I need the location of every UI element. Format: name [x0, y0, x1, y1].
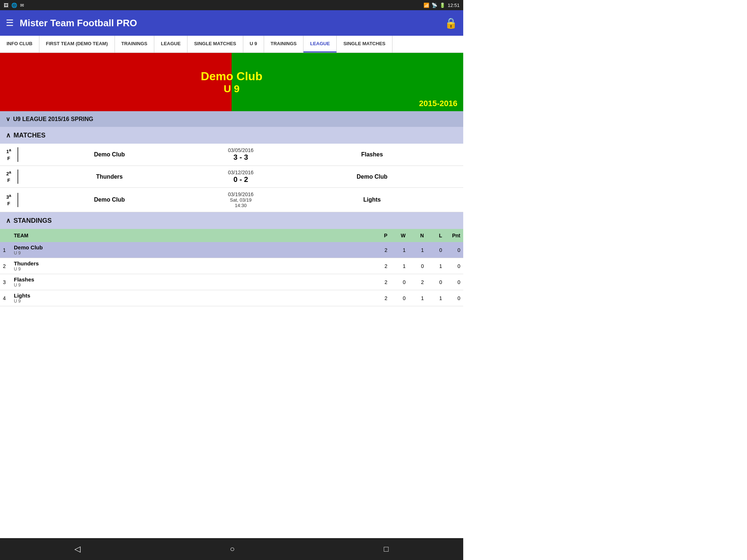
- match-round: 3aF: [0, 193, 18, 207]
- col-p: P: [372, 229, 390, 242]
- hero-left: [0, 53, 232, 111]
- l-cell: 1: [427, 290, 445, 306]
- browser-icon: 🌐: [11, 3, 17, 8]
- tab-bar: INFO CLUB FIRST TEAM (DEMO TEAM) TRAININ…: [0, 36, 463, 53]
- tab-first-team[interactable]: FIRST TEAM (DEMO TEAM): [39, 36, 115, 52]
- rank-cell: 3: [0, 274, 11, 290]
- hero-banner: 2015-2016 Demo Club U 9: [0, 53, 463, 111]
- standings-row[interactable]: 3 Flashes U 9 2 0 2 0 0: [0, 274, 463, 290]
- status-icons: 🖼 🌐 ✉: [4, 3, 24, 8]
- p-cell: 2: [372, 242, 390, 258]
- match-away: Lights: [281, 197, 463, 203]
- tab-trainings-2[interactable]: TRAININGS: [264, 36, 304, 52]
- pnt-cell: 0: [445, 242, 463, 258]
- team-sub: U 9: [14, 250, 369, 256]
- team-cell: Flashes U 9: [11, 274, 372, 290]
- l-cell: 0: [427, 274, 445, 290]
- col-l: L: [427, 229, 445, 242]
- app-bar-left: ☰ Mister Team Football PRO: [6, 18, 137, 29]
- matches-section-header[interactable]: ∧ MATCHES: [0, 127, 463, 144]
- hamburger-menu[interactable]: ☰: [6, 18, 14, 28]
- chevron-up-icon: ∧: [6, 131, 11, 139]
- match-home: Demo Club: [18, 197, 201, 203]
- n-cell: 2: [409, 274, 427, 290]
- match-row[interactable]: 1aF Demo Club 03/05/2016 3 - 3 Flashes: [0, 144, 463, 166]
- team-name: Thunders: [14, 260, 369, 267]
- team-cell: Thunders U 9: [11, 258, 372, 274]
- chevron-up-icon: ∧: [6, 217, 11, 225]
- mail-icon: ✉: [20, 3, 24, 8]
- pnt-cell: 0: [445, 258, 463, 274]
- p-cell: 2: [372, 290, 390, 306]
- hero-team: U 9: [201, 83, 263, 95]
- w-cell: 1: [390, 258, 409, 274]
- team-sub: U 9: [14, 299, 369, 304]
- match-away: Flashes: [281, 151, 463, 158]
- n-cell: 1: [409, 290, 427, 306]
- hero-center: Demo Club U 9: [201, 70, 263, 95]
- tab-trainings-1[interactable]: TRAININGS: [115, 36, 155, 52]
- rank-cell: 4: [0, 290, 11, 306]
- signal-icon: 📶: [423, 3, 429, 8]
- match-date: 03/19/2016: [201, 191, 281, 197]
- gallery-icon: 🖼: [4, 3, 8, 8]
- lock-icon[interactable]: 🔒: [445, 17, 457, 29]
- team-name: Demo Club: [14, 244, 369, 250]
- team-name: Flashes: [14, 276, 369, 283]
- match-row[interactable]: 3aF Demo Club 03/19/2016 Sat, 03/1914:30…: [0, 188, 463, 212]
- team-cell: Lights U 9: [11, 290, 372, 306]
- status-bar: 🖼 🌐 ✉ 📶 📡 🔋 12:51: [0, 0, 463, 10]
- col-pnt: Pnt: [445, 229, 463, 242]
- app-title: Mister Team Football PRO: [20, 18, 137, 29]
- standings-section-header[interactable]: ∧ STANDINGS: [0, 212, 463, 229]
- l-cell: 0: [427, 242, 445, 258]
- tab-single-matches-2[interactable]: SINGLE MATCHES: [337, 36, 392, 52]
- match-datetime: Sat, 03/1914:30: [201, 197, 281, 208]
- n-cell: 0: [409, 258, 427, 274]
- p-cell: 2: [372, 258, 390, 274]
- col-n: N: [409, 229, 427, 242]
- match-date: 03/12/2016: [201, 170, 281, 175]
- col-team: TEAM: [11, 229, 372, 242]
- standings-row[interactable]: 2 Thunders U 9 2 1 0 1 0: [0, 258, 463, 274]
- p-cell: 2: [372, 274, 390, 290]
- match-round: 2aF: [0, 170, 18, 184]
- league-title: U9 LEAGUE 2015/16 SPRING: [13, 116, 93, 122]
- match-score-area: 03/19/2016 Sat, 03/1914:30: [201, 191, 281, 208]
- rank-cell: 1: [0, 242, 11, 258]
- match-score: 3 - 3: [201, 153, 281, 162]
- pnt-cell: 0: [445, 274, 463, 290]
- chevron-down-icon: ∨: [6, 116, 10, 122]
- match-score: 0 - 2: [201, 175, 281, 184]
- match-score-area: 03/12/2016 0 - 2: [201, 170, 281, 184]
- col-w: W: [390, 229, 409, 242]
- hero-right: 2015-2016: [232, 53, 463, 111]
- match-home: Demo Club: [18, 151, 201, 158]
- standings-row[interactable]: 1 Demo Club U 9 2 1 1 0 0: [0, 242, 463, 258]
- w-cell: 1: [390, 242, 409, 258]
- tab-league-1[interactable]: LEAGUE: [154, 36, 187, 52]
- team-sub: U 9: [14, 283, 369, 288]
- clock: 12:51: [448, 3, 460, 8]
- standings-label: STANDINGS: [13, 217, 52, 225]
- match-away: Demo Club: [281, 174, 463, 180]
- w-cell: 0: [390, 290, 409, 306]
- wifi-icon: 📡: [431, 3, 437, 8]
- status-right: 📶 📡 🔋 12:51: [423, 3, 460, 8]
- match-round: 1aF: [0, 147, 18, 162]
- match-row[interactable]: 2aF Thunders 03/12/2016 0 - 2 Demo Club: [0, 166, 463, 188]
- league-title-section: ∨ U9 LEAGUE 2015/16 SPRING: [0, 111, 463, 127]
- match-home: Thunders: [18, 174, 201, 180]
- tab-info-club[interactable]: INFO CLUB: [0, 36, 39, 52]
- tab-single-matches-1[interactable]: SINGLE MATCHES: [187, 36, 243, 52]
- hero-year: 2015-2016: [419, 99, 457, 108]
- team-name: Lights: [14, 292, 369, 299]
- tab-league-2[interactable]: LEAGUE: [303, 36, 337, 52]
- standings-row[interactable]: 4 Lights U 9 2 0 1 1 0: [0, 290, 463, 306]
- matches-list: 1aF Demo Club 03/05/2016 3 - 3 Flashes 2…: [0, 144, 463, 212]
- rank-cell: 2: [0, 258, 11, 274]
- w-cell: 0: [390, 274, 409, 290]
- match-score-area: 03/05/2016 3 - 3: [201, 147, 281, 162]
- tab-u9[interactable]: U 9: [243, 36, 264, 52]
- battery-icon: 🔋: [440, 3, 445, 8]
